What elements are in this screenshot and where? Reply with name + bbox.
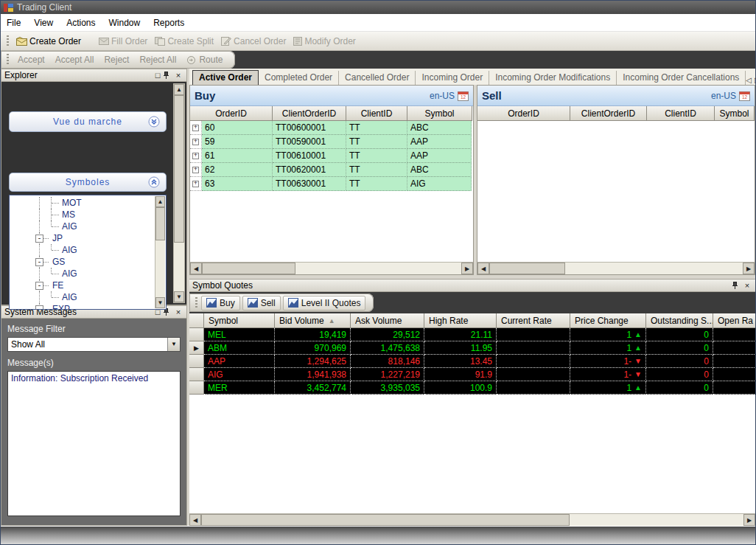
explorer-scrollbar[interactable]: ▲ ▼ bbox=[173, 83, 185, 303]
tab-incoming-order[interactable]: Incoming Order bbox=[416, 71, 489, 85]
column-header-current-rate[interactable]: Current Rate bbox=[497, 313, 570, 328]
tree-item[interactable]: MOT bbox=[10, 197, 154, 209]
tree-item[interactable]: -EXP bbox=[10, 303, 154, 309]
quote-row[interactable]: MER 3,452,774 3,935,035 100.9 1▲ 0 bbox=[189, 381, 755, 395]
quote-row[interactable]: AAP 1,294,625 818,146 13.45 1-▼ 0 bbox=[189, 355, 755, 368]
column-header-orderid[interactable]: OrderID bbox=[190, 106, 273, 121]
tree-item[interactable]: AIG bbox=[10, 244, 154, 256]
tab-scroll-left-icon[interactable]: ◁ bbox=[746, 76, 752, 84]
scroll-right-icon[interactable]: ▶ bbox=[461, 263, 473, 274]
column-header-clientorderid[interactable]: ClientOrderID bbox=[570, 106, 647, 121]
buy-locale[interactable]: en-US bbox=[430, 91, 455, 101]
tree-item[interactable]: -FE bbox=[10, 280, 154, 291]
quote-row[interactable]: MEL 19,419 29,512 21.11 1▲ 0 bbox=[189, 328, 755, 341]
scroll-right-icon[interactable]: ▶ bbox=[743, 263, 755, 274]
column-header-clientid[interactable]: ClientID bbox=[346, 106, 407, 121]
restore-icon[interactable]: □ bbox=[153, 70, 163, 80]
column-header-bid-volume[interactable]: Bid Volume▲ bbox=[275, 313, 351, 328]
dropdown-icon[interactable]: ▼ bbox=[167, 338, 180, 351]
tab-cancelled-order[interactable]: Cancelled Order bbox=[339, 71, 416, 85]
menu-window[interactable]: Window bbox=[109, 18, 141, 28]
collapse-icon[interactable]: - bbox=[35, 305, 43, 310]
order-row[interactable]: + 60 TT00600001 TT ABC bbox=[190, 121, 473, 135]
tree-scrollbar[interactable]: ▲ ▼ bbox=[155, 196, 165, 308]
expand-icon[interactable]: + bbox=[192, 139, 199, 145]
column-header-clientorderid[interactable]: ClientOrderID bbox=[273, 106, 346, 121]
scroll-left-icon[interactable]: ◀ bbox=[477, 263, 489, 274]
order-row[interactable]: + 61 TT00610001 TT AAP bbox=[190, 149, 473, 163]
expand-icon[interactable]: + bbox=[192, 153, 199, 159]
buy-horizontal-scrollbar[interactable]: ◀ ▶ bbox=[190, 262, 473, 274]
scroll-left-icon[interactable]: ◀ bbox=[189, 514, 201, 526]
quotes-sell-button[interactable]: Sell bbox=[242, 296, 281, 310]
tree-item[interactable]: AIG bbox=[10, 221, 154, 232]
tree-item[interactable]: MS bbox=[10, 209, 154, 221]
sell-locale[interactable]: en-US bbox=[711, 91, 736, 101]
tree-item[interactable]: AIG bbox=[10, 268, 154, 280]
column-header-symbol[interactable]: Symbol bbox=[204, 313, 275, 328]
sell-horizontal-scrollbar[interactable]: ◀ ▶ bbox=[477, 262, 755, 274]
order-row[interactable]: + 62 TT00620001 TT ABC bbox=[190, 163, 473, 177]
scroll-up-icon[interactable]: ▲ bbox=[174, 84, 184, 95]
symbols-group[interactable]: Symboles bbox=[9, 173, 167, 192]
close-icon[interactable]: × bbox=[173, 307, 183, 317]
row-selector[interactable] bbox=[189, 381, 204, 395]
scroll-down-icon[interactable]: ▼ bbox=[174, 291, 184, 302]
quotes-horizontal-scrollbar[interactable]: ◀ ▶ bbox=[189, 513, 755, 526]
close-icon[interactable]: × bbox=[173, 70, 183, 80]
calendar-icon[interactable]: 12 bbox=[458, 91, 469, 101]
quote-row[interactable]: AIG 1,941,938 1,227,219 91.9 1-▼ 0 bbox=[189, 368, 755, 381]
message-item[interactable]: Information: Subscription Received bbox=[11, 373, 177, 383]
tab-active-order[interactable]: Active Order bbox=[192, 70, 259, 85]
column-header-price-change[interactable]: Price Change bbox=[570, 313, 646, 328]
pin-icon[interactable] bbox=[732, 282, 742, 290]
toolbar-grip[interactable] bbox=[195, 297, 198, 309]
menu-file[interactable]: File bbox=[7, 18, 21, 28]
collapse-icon[interactable]: - bbox=[35, 258, 43, 266]
column-header-high-rate[interactable]: High Rate bbox=[424, 313, 497, 328]
scroll-down-icon[interactable]: ▼ bbox=[155, 297, 165, 308]
column-header-open-rate[interactable]: Open Ra bbox=[713, 313, 755, 328]
scroll-left-icon[interactable]: ◀ bbox=[190, 263, 202, 274]
column-header-symbol[interactable]: Symbol bbox=[715, 106, 755, 121]
toolbar-grip[interactable] bbox=[6, 54, 10, 66]
tab-completed-order[interactable]: Completed Order bbox=[259, 71, 339, 85]
row-selector[interactable] bbox=[189, 368, 204, 381]
row-selector[interactable] bbox=[189, 355, 204, 368]
column-header-clientid[interactable]: ClientID bbox=[647, 106, 715, 121]
row-selector[interactable] bbox=[189, 328, 204, 341]
order-row[interactable]: + 63 TT00630001 TT AIG bbox=[190, 177, 473, 191]
column-header-symbol[interactable]: Symbol bbox=[407, 106, 472, 121]
tab-incoming-order-cancellations[interactable]: Incoming Order Cancellations bbox=[617, 71, 746, 85]
expand-icon[interactable]: + bbox=[192, 181, 199, 187]
pin-icon[interactable] bbox=[163, 72, 173, 80]
close-icon[interactable]: × bbox=[742, 280, 752, 291]
market-view-group[interactable]: Vue du marche bbox=[9, 111, 167, 132]
toolbar-grip[interactable] bbox=[6, 35, 10, 47]
tree-item[interactable]: -GS bbox=[10, 256, 154, 268]
tree-item[interactable]: -JP bbox=[10, 232, 154, 244]
menu-view[interactable]: View bbox=[34, 18, 53, 28]
chevron-down-icon[interactable] bbox=[148, 116, 160, 128]
calendar-icon[interactable]: 12 bbox=[739, 91, 750, 101]
message-filter-select[interactable]: Show All ▼ bbox=[7, 337, 181, 352]
scroll-up-icon[interactable]: ▲ bbox=[155, 196, 165, 207]
tab-incoming-order-modifications[interactable]: Incoming Order Modifications bbox=[489, 71, 617, 85]
collapse-icon[interactable]: - bbox=[35, 282, 43, 290]
menu-actions[interactable]: Actions bbox=[66, 18, 95, 28]
create-order-button[interactable]: Create Order bbox=[13, 35, 85, 48]
quote-row-selected[interactable]: ▶ ABM 970,969 1,475,638 11.95 1▲ 0 bbox=[189, 341, 755, 355]
column-header-ask-volume[interactable]: Ask Volume bbox=[351, 313, 424, 328]
menu-reports[interactable]: Reports bbox=[153, 18, 184, 28]
column-header-outstanding[interactable]: Outstanding S... bbox=[646, 313, 713, 328]
quotes-buy-button[interactable]: Buy bbox=[201, 296, 240, 310]
messages-list[interactable]: Information: Subscription Received bbox=[7, 371, 181, 516]
scroll-right-icon[interactable]: ▶ bbox=[743, 514, 755, 526]
order-row[interactable]: + 59 TT00590001 TT AAP bbox=[190, 135, 473, 149]
quotes-level2-button[interactable]: Level II Quotes bbox=[283, 296, 366, 310]
chevron-up-icon[interactable] bbox=[148, 176, 160, 188]
expand-icon[interactable]: + bbox=[192, 167, 199, 173]
expand-icon[interactable]: + bbox=[192, 125, 199, 131]
collapse-icon[interactable]: - bbox=[35, 235, 43, 243]
tree-item[interactable]: AIG bbox=[10, 291, 154, 303]
